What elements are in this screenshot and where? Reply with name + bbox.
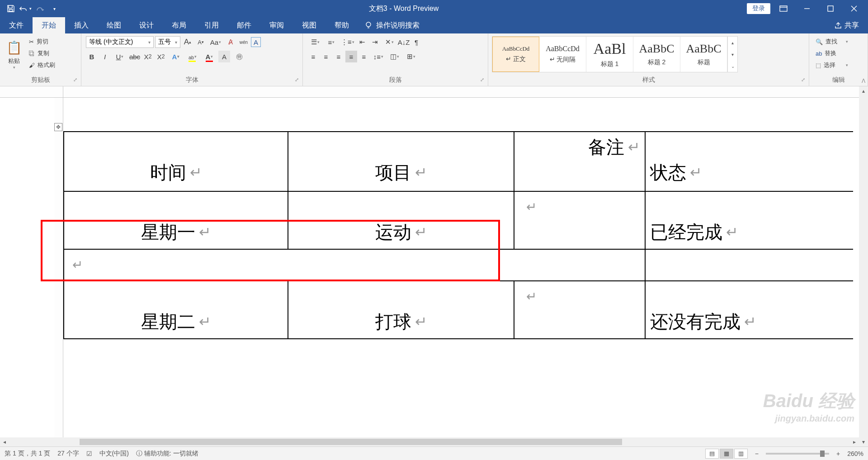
multilevel-list-icon[interactable]: ⋮≡▾ [340, 36, 355, 48]
find-button[interactable]: 🔍查找▾ [814, 36, 850, 47]
distributed-icon[interactable]: ≡ [358, 51, 370, 62]
tab-home[interactable]: 开始 [33, 17, 65, 33]
replace-button[interactable]: ab替换 [814, 48, 850, 59]
style-heading2[interactable]: AaBbC标题 2 [633, 37, 680, 72]
close-icon[interactable] [844, 2, 864, 15]
style-no-spacing[interactable]: AaBbCcDd↵ 无间隔 [539, 37, 586, 72]
cell-monday[interactable]: 星期一 [141, 220, 195, 245]
strikethrough-icon[interactable]: abc [129, 51, 141, 62]
maximize-icon[interactable] [820, 2, 841, 15]
ribbon-display-icon[interactable] [773, 2, 794, 15]
web-layout-icon[interactable]: ▥ [734, 449, 748, 459]
share-button[interactable]: 共享 [826, 17, 868, 33]
status-page[interactable]: 第 1 页，共 1 页 [5, 450, 50, 458]
scroll-thumb[interactable] [80, 439, 622, 445]
enclose-characters-icon[interactable]: ㊕ [231, 51, 247, 62]
clipboard-launcher-icon[interactable]: ⤢ [73, 77, 77, 83]
highlight-icon[interactable]: ab▾ [185, 51, 200, 62]
numbering-icon[interactable]: ≡▾ [324, 36, 339, 48]
cell-project[interactable]: 项目 [375, 160, 411, 185]
change-case-icon[interactable]: Aa▾ [208, 36, 223, 48]
decrease-indent-icon[interactable]: ⇤ [356, 36, 368, 48]
cell-ball[interactable]: 打球 [375, 309, 411, 334]
character-border-icon[interactable]: A [251, 37, 261, 47]
sort-icon[interactable]: A↓Z [398, 36, 410, 48]
zoom-in-icon[interactable]: + [836, 450, 840, 457]
ruler-horizontal[interactable] [63, 86, 859, 98]
minimize-icon[interactable] [797, 2, 817, 15]
cell-remark[interactable]: 备注 [588, 135, 624, 160]
clear-formatting-icon[interactable]: A̷ [225, 36, 236, 48]
horizontal-scrollbar[interactable]: ◂ ▸ [0, 437, 859, 446]
tab-draw[interactable]: 绘图 [98, 17, 130, 33]
qat-customize-icon[interactable]: ▾ [48, 2, 61, 15]
paste-button[interactable]: 📋 粘贴 ▾ [3, 35, 25, 74]
tab-references[interactable]: 引用 [195, 17, 228, 33]
table-move-handle-icon[interactable]: ✥ [54, 123, 62, 131]
underline-icon[interactable]: U▾ [112, 51, 127, 62]
tab-view[interactable]: 视图 [293, 17, 326, 33]
cell-done[interactable]: 已经完成 [650, 220, 722, 245]
font-launcher-icon[interactable]: ⤢ [295, 77, 299, 83]
character-shading-icon[interactable]: A [218, 51, 230, 62]
zoom-slider[interactable] [766, 453, 829, 455]
italic-icon[interactable]: I [99, 51, 111, 62]
zoom-handle[interactable] [820, 451, 825, 457]
font-name-combo[interactable]: 等线 (中文正文)▾ [86, 36, 154, 48]
zoom-out-icon[interactable]: − [755, 450, 759, 457]
format-painter-button[interactable]: 🖌格式刷 [27, 60, 57, 71]
status-language[interactable]: 中文(中国) [99, 450, 129, 458]
asian-layout-icon[interactable]: ✕▾ [382, 36, 397, 48]
cell-sport[interactable]: 运动 [375, 220, 411, 245]
collapse-ribbon-icon[interactable]: ᐱ [862, 78, 865, 84]
tell-me-search[interactable]: 操作说明搜索 [358, 17, 426, 33]
copy-button[interactable]: ⿻复制 [27, 48, 57, 59]
ruler-vertical[interactable] [54, 98, 63, 437]
tab-mailings[interactable]: 邮件 [228, 17, 260, 33]
styles-gallery[interactable]: AaBbCcDd↵ 正文 AaBbCcDd↵ 无间隔 AaBl标题 1 AaBb… [492, 36, 738, 72]
shrink-font-icon[interactable]: A▾ [195, 36, 207, 48]
tab-layout[interactable]: 布局 [163, 17, 195, 33]
increase-indent-icon[interactable]: ⇥ [369, 36, 381, 48]
read-mode-icon[interactable]: ▤ [705, 449, 719, 459]
save-icon[interactable] [5, 2, 17, 15]
tab-design[interactable]: 设计 [130, 17, 163, 33]
cell-notdone[interactable]: 还没有完成 [650, 309, 741, 334]
undo-icon[interactable]: ▾ [19, 2, 32, 15]
align-center-icon[interactable]: ≡ [320, 51, 332, 62]
phonetic-guide-icon[interactable]: wén [238, 36, 250, 48]
document-page[interactable]: ✥ 时间↵ 项目↵ 备注↵ 状态↵ 星期一↵ 运动↵ ↵ 已经完成↵ ↵ 星期二… [63, 98, 859, 437]
show-marks-icon[interactable]: ¶ [410, 36, 422, 48]
subscript-icon[interactable]: X2 [142, 51, 154, 62]
shading-icon[interactable]: ◫▾ [387, 51, 402, 62]
style-normal[interactable]: AaBbCcDd↵ 正文 [492, 37, 539, 72]
zoom-level[interactable]: 260% [847, 450, 863, 457]
scroll-track[interactable] [9, 439, 850, 445]
select-button[interactable]: ⬚选择▾ [814, 60, 850, 71]
scroll-up-icon[interactable]: ▴ [859, 86, 868, 95]
cut-button[interactable]: ✂剪切 [27, 36, 57, 47]
line-spacing-icon[interactable]: ↕≡▾ [371, 51, 386, 62]
align-right-icon[interactable]: ≡ [333, 51, 344, 62]
vertical-scrollbar[interactable]: ▴ ▾ [859, 86, 868, 446]
login-button[interactable]: 登录 [747, 3, 770, 14]
font-color-icon[interactable]: A▾ [202, 51, 217, 62]
tab-review[interactable]: 审阅 [260, 17, 293, 33]
scroll-down-icon[interactable]: ▾ [859, 437, 868, 446]
superscript-icon[interactable]: X2 [155, 51, 167, 62]
scroll-left-icon[interactable]: ◂ [0, 439, 9, 445]
redo-icon[interactable] [33, 2, 46, 15]
style-title[interactable]: AaBbC标题 [680, 37, 727, 72]
document-table[interactable]: 时间↵ 项目↵ 备注↵ 状态↵ 星期一↵ 运动↵ ↵ 已经完成↵ ↵ 星期二↵ … [63, 131, 853, 339]
style-heading1[interactable]: AaBl标题 1 [586, 37, 633, 72]
justify-icon[interactable]: ≡ [345, 51, 357, 62]
borders-icon[interactable]: ⊞▾ [403, 51, 419, 62]
styles-launcher-icon[interactable]: ⤢ [801, 77, 805, 83]
align-left-icon[interactable]: ≡ [307, 51, 319, 62]
print-layout-icon[interactable]: ▦ [720, 449, 733, 459]
paragraph-launcher-icon[interactable]: ⤢ [480, 77, 484, 83]
cell-tuesday[interactable]: 星期二 [141, 309, 195, 334]
cell-time[interactable]: 时间 [150, 160, 186, 185]
scroll-right-icon[interactable]: ▸ [850, 439, 859, 445]
bold-icon[interactable]: B [86, 51, 98, 62]
